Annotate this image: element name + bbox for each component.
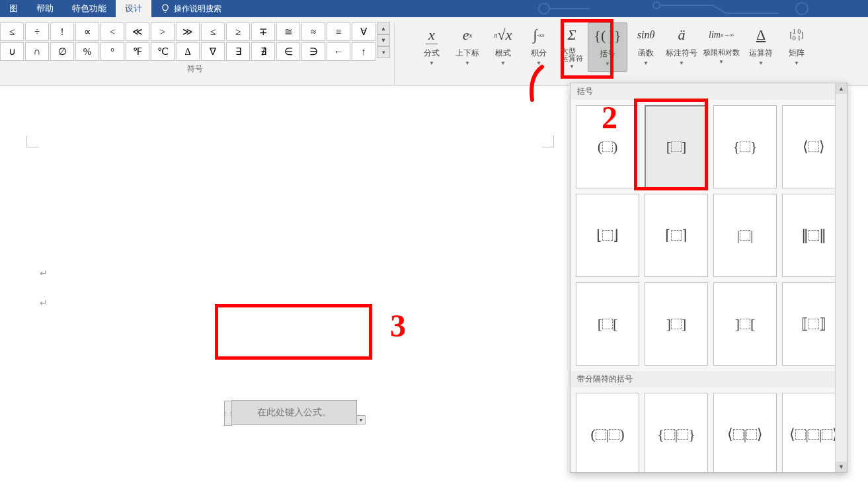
bracket-floor[interactable]: ⌊⌋	[576, 194, 639, 277]
symbol-cell[interactable]: ≤	[201, 22, 225, 41]
bracket-square[interactable]: []	[645, 105, 708, 188]
scroll-down-icon[interactable]: ▼	[836, 462, 847, 472]
symbol-cell[interactable]: ∀	[352, 22, 375, 41]
symbol-cell[interactable]: ≪	[126, 22, 149, 41]
operator-label: 运算符	[749, 48, 773, 59]
fraction-label: 分式	[424, 48, 440, 59]
scroll-up-icon[interactable]: ▲	[836, 83, 847, 94]
tab-view[interactable]: 图	[0, 0, 27, 17]
svg-point-2	[796, 3, 808, 15]
integral-button[interactable]: ∫-xx 积分 ▼	[522, 22, 556, 72]
symbol-cell[interactable]: ∃	[226, 42, 250, 61]
operator-button[interactable]: Δ 运算符 ▼	[744, 22, 778, 72]
bracket-open-right[interactable]: ]]	[645, 282, 708, 366]
scroll-up-icon[interactable]: ▲	[377, 22, 390, 34]
symbol-cell[interactable]: ≥	[226, 22, 250, 41]
radical-label: 根式	[495, 48, 511, 59]
gallery-scrollbar[interactable]: ▲ ▼	[835, 83, 847, 472]
chevron-down-icon: ▼	[643, 60, 649, 66]
symbol-cell[interactable]: ∪	[0, 42, 24, 61]
symbol-cell[interactable]: °	[100, 42, 124, 61]
fraction-button[interactable]: x 分式 ▼	[414, 22, 449, 72]
bracket-ceil[interactable]: ⌈⌉	[645, 194, 708, 277]
symbol-cell[interactable]: ≫	[176, 22, 200, 41]
page-margin-marker	[26, 136, 38, 147]
tab-design[interactable]: 设计	[116, 0, 151, 17]
symbol-cell[interactable]: ≅	[276, 22, 300, 41]
bracket-paren[interactable]: ()	[576, 105, 639, 188]
tab-features[interactable]: 特色功能	[63, 0, 116, 17]
bracket-button[interactable]: {( )} 括号 ▼	[588, 22, 627, 72]
symbol-cell[interactable]: ∝	[75, 22, 99, 41]
function-button[interactable]: sinθ 函数 ▼	[629, 22, 663, 72]
accent-label: 标注符号	[666, 48, 697, 59]
radical-button[interactable]: n√x 根式 ▼	[486, 22, 520, 72]
symbol-cell[interactable]: ≈	[301, 22, 325, 41]
symbol-cell[interactable]: !	[50, 22, 74, 41]
paragraph-mark: ↵	[40, 298, 48, 308]
bracket-open-both[interactable]: ][	[713, 282, 777, 366]
limit-button[interactable]: limn→∞ 极限和对数 ▼	[700, 22, 742, 72]
ribbon: ≤ ÷ ! ∝ < ≪ > ≫ ≤ ≥ ∓ ≅ ≈ ≡ ∀ ∪ ∩ ∅ % °	[0, 17, 868, 86]
symbol-cell[interactable]: ∆	[176, 42, 200, 61]
chevron-down-icon: ▼	[500, 60, 506, 66]
chevron-down-icon: ▼	[719, 59, 724, 65]
symbol-cell[interactable]: %	[75, 42, 99, 61]
chevron-down-icon: ▼	[465, 60, 470, 66]
symbol-cell[interactable]: ℃	[151, 42, 175, 61]
bracket-double[interactable]: ⟦⟧	[782, 282, 835, 366]
symbol-cell[interactable]: ∄	[251, 42, 275, 61]
accent-button[interactable]: ä 标注符号 ▼	[664, 22, 699, 72]
equation-handle[interactable]: ⋮⋮	[224, 401, 232, 426]
structure-group: x 分式 ▼ ex 上下标 ▼ n√x 根式 ▼ ∫-xx 积分 ▼ Σ 大型 …	[395, 22, 814, 72]
chevron-down-icon: ▼	[429, 60, 434, 66]
decorative-circuit	[524, 0, 868, 17]
scroll-more-icon[interactable]: ▾	[377, 46, 390, 58]
bracket-open-left[interactable]: [[	[576, 282, 639, 366]
bracket-abs[interactable]: ||	[713, 194, 777, 277]
paragraph-mark: ↵	[40, 268, 48, 278]
scroll-down-icon[interactable]: ▼	[377, 34, 390, 46]
bracket-paren-sep[interactable]: (|)	[576, 393, 639, 472]
script-button[interactable]: ex 上下标 ▼	[450, 22, 485, 72]
bracket-angle-sep2[interactable]: ⟨||⟩	[782, 393, 835, 472]
function-label: 函数	[638, 48, 654, 59]
bracket-angle[interactable]: ⟨⟩	[782, 105, 835, 188]
equation-placeholder[interactable]: ⋮⋮ 在此处键入公式。 ▼	[231, 400, 357, 425]
chevron-down-icon: ▼	[758, 60, 764, 66]
symbol-grid: ≤ ÷ ! ∝ < ≪ > ≫ ≤ ≥ ∓ ≅ ≈ ≡ ∀ ∪ ∩ ∅ % °	[0, 22, 375, 61]
symbol-cell[interactable]: ∅	[50, 42, 74, 61]
bracket-angle-sep[interactable]: ⟨|⟩	[713, 393, 777, 472]
symbol-cell[interactable]: ≡	[327, 22, 350, 41]
radical-icon: n√x	[494, 24, 512, 46]
page-margin-marker	[542, 136, 554, 147]
symbol-cell[interactable]: ↑	[352, 42, 375, 61]
symbol-cell[interactable]: <	[100, 22, 124, 41]
search-label: 操作说明搜索	[174, 3, 221, 15]
limit-icon: limn→∞	[709, 24, 734, 46]
bracket-curly-sep[interactable]: {|}	[645, 393, 708, 472]
symbol-cell[interactable]: >	[151, 22, 175, 41]
symbol-cell[interactable]: ∋	[301, 42, 325, 61]
bracket-norm[interactable]: ‖‖	[782, 194, 835, 277]
symbol-cell[interactable]: ←	[327, 42, 350, 61]
symbol-cell[interactable]: ÷	[25, 22, 49, 41]
tell-me-search[interactable]: 操作说明搜索	[151, 0, 231, 17]
matrix-label: 矩阵	[789, 48, 805, 59]
matrix-button[interactable]: [1 00 1] 矩阵 ▼	[779, 22, 814, 72]
chevron-down-icon: ▼	[679, 60, 684, 66]
tab-help[interactable]: 帮助	[27, 0, 63, 17]
symbol-cell[interactable]: ∩	[25, 42, 49, 61]
equation-dropdown[interactable]: ▼	[356, 415, 366, 424]
symbol-cell[interactable]: ≤	[0, 22, 24, 41]
symbol-cell[interactable]: ∇	[201, 42, 225, 61]
symbol-cell[interactable]: ℉	[126, 42, 149, 61]
matrix-icon: [1 00 1]	[789, 24, 803, 46]
symbol-group: ≤ ÷ ! ∝ < ≪ > ≫ ≤ ≥ ∓ ≅ ≈ ≡ ∀ ∪ ∩ ∅ % °	[0, 22, 395, 86]
largeop-button[interactable]: Σ 大型 运算符 ▼	[557, 22, 586, 72]
symbol-cell[interactable]: ∈	[276, 42, 300, 61]
bracket-curly[interactable]: {}	[713, 105, 777, 188]
chevron-down-icon: ▼	[536, 60, 541, 66]
bracket-label: 括号	[600, 48, 615, 60]
symbol-cell[interactable]: ∓	[251, 22, 275, 41]
